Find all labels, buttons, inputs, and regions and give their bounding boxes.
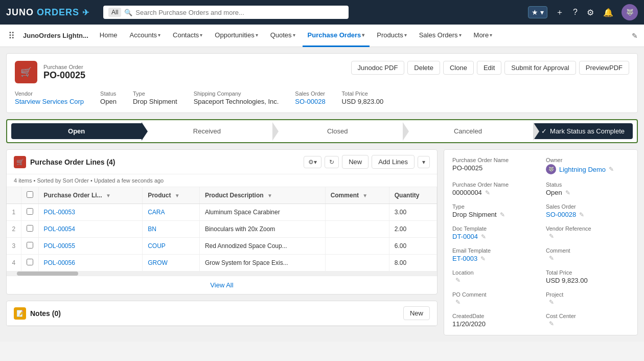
col-description[interactable]: Product Description ▼ [199, 187, 325, 204]
record-actions: Junodoc PDF Delete Clone Edit Submit for… [351, 61, 629, 75]
search-icon: 🔍 [124, 9, 132, 16]
row-checkbox[interactable] [27, 225, 33, 232]
email-template-edit-icon[interactable]: ✎ [480, 255, 486, 262]
user-avatar[interactable]: 🐺 [622, 4, 638, 20]
owner-link[interactable]: Lightning Demo [559, 166, 606, 173]
nav-item-purchase-orders[interactable]: Purchase Orders ▾ [303, 25, 370, 47]
detail-status: Status Open ✎ [546, 182, 629, 196]
sales-order-link[interactable]: SO-00028 [295, 98, 325, 105]
detail-po-name: Purchase Order Name PO-00025 [452, 157, 536, 174]
product-link[interactable]: CARA [148, 209, 165, 216]
row-quantity: 8.00 [389, 255, 436, 272]
type-edit-icon[interactable]: ✎ [500, 211, 505, 218]
preview-pdf-button[interactable]: PreviewPDF [579, 61, 629, 75]
row-description: Red Annodized Space Coup... [199, 238, 325, 255]
clone-button[interactable]: Clone [443, 61, 474, 75]
detail-project-value: ✎ [546, 299, 629, 306]
global-search[interactable]: All 🔍 [103, 6, 349, 19]
nav-item-contacts[interactable]: Contacts ▾ [168, 25, 208, 47]
sales-order-edit-icon[interactable]: ✎ [579, 211, 584, 218]
po-line-link[interactable]: POL-00053 [44, 209, 75, 216]
row-number: 4 [7, 255, 21, 272]
col-po-line[interactable]: Purchase Order Li... ▼ [38, 187, 143, 204]
dropdown-arrow-button[interactable]: ▾ [418, 156, 430, 168]
status-step-canceled[interactable]: Canceled [403, 123, 533, 139]
nav-label-sales-orders: Sales Orders [419, 31, 458, 39]
order-lines-title: 🛒 Purchase Order Lines (4) [14, 156, 116, 168]
mark-complete-button[interactable]: ✓ Mark Status as Complete [533, 123, 633, 139]
notifications-button[interactable]: 🔔 [602, 7, 614, 18]
order-lines-table: Purchase Order Li... ▼ Product ▼ Product… [7, 187, 437, 272]
edit-button[interactable]: Edit [477, 61, 501, 75]
po-comment-edit-icon[interactable]: ✎ [455, 299, 461, 306]
settings-button[interactable]: ⚙ [586, 7, 595, 18]
nav-item-more[interactable]: More ▾ [469, 25, 498, 47]
view-all-link[interactable]: View All [210, 281, 233, 289]
product-link[interactable]: BN [148, 225, 156, 233]
owner-edit-icon[interactable]: ✎ [609, 166, 614, 173]
vendor-link[interactable]: Starview Services Corp [15, 98, 84, 105]
status-value: Open [100, 98, 117, 105]
search-input[interactable] [135, 9, 343, 16]
status-edit-icon[interactable]: ✎ [565, 189, 570, 196]
detail-owner: Owner 🐺 Lightning Demo ✎ [546, 157, 629, 174]
record-header: 🛒 Purchase Order PO-00025 Junodoc PDF De… [6, 53, 638, 113]
po-line-link[interactable]: POL-00055 [44, 242, 75, 250]
doc-template-edit-icon[interactable]: ✎ [481, 233, 486, 240]
detail-doc-template-link[interactable]: DT-0004 [452, 233, 478, 240]
nav-item-quotes[interactable]: Quotes ▾ [265, 25, 301, 47]
detail-sales-order-link[interactable]: SO-00028 [546, 211, 576, 218]
nav-item-products[interactable]: Products ▾ [372, 25, 411, 47]
nav-item-sales-orders[interactable]: Sales Orders ▾ [414, 25, 467, 47]
new-line-button[interactable]: New [342, 155, 369, 169]
po-line-link[interactable]: POL-00056 [44, 259, 75, 266]
cost-center-edit-icon[interactable]: ✎ [549, 320, 554, 327]
add-lines-button[interactable]: Add Lines [372, 155, 415, 169]
status-bar: Open Received Closed Canceled ✓ Mark Sta… [6, 119, 638, 143]
new-note-button[interactable]: New [403, 306, 430, 320]
detail-status-label: Status [546, 182, 629, 188]
favorites-button[interactable]: ★ ▾ [528, 6, 547, 18]
po-line-link[interactable]: POL-00054 [44, 225, 75, 233]
refresh-button[interactable]: ↻ [325, 156, 339, 168]
add-button[interactable]: ＋ [555, 6, 565, 19]
settings-gear-button[interactable]: ⚙▾ [304, 156, 321, 168]
nav-item-home[interactable]: Home [95, 25, 123, 47]
status-step-open[interactable]: Open [11, 123, 142, 139]
detail-vendor-ref-value: ✎ [546, 233, 629, 240]
status-step-received[interactable]: Received [142, 123, 272, 139]
comment-edit-icon[interactable]: ✎ [549, 255, 554, 262]
nav-edit-icon[interactable]: ✎ [632, 32, 638, 40]
shipping-value: Spaceport Technologies, Inc. [194, 98, 279, 105]
delete-button[interactable]: Delete [407, 61, 440, 75]
submit-approval-button[interactable]: Submit for Approval [504, 61, 576, 75]
select-all-checkbox[interactable] [27, 191, 33, 198]
row-checkbox[interactable] [27, 242, 33, 249]
product-link[interactable]: GROW [148, 259, 168, 266]
col-quantity[interactable]: Quantity [389, 187, 436, 204]
row-checkbox[interactable] [27, 208, 33, 215]
product-link[interactable]: COUP [148, 242, 166, 250]
vendor-ref-edit-icon[interactable]: ✎ [549, 233, 554, 240]
location-edit-icon[interactable]: ✎ [455, 277, 461, 284]
order-lines-icon: 🛒 [14, 156, 26, 168]
po-number-edit-icon[interactable]: ✎ [485, 189, 490, 196]
project-edit-icon[interactable]: ✎ [549, 299, 554, 306]
row-checkbox[interactable] [27, 259, 33, 265]
detail-email-template-link[interactable]: ET-0003 [452, 255, 477, 262]
detail-po-comment-label: PO Comment [452, 291, 536, 298]
app-launcher-icon[interactable]: ⠿ [6, 28, 17, 43]
help-button[interactable]: ? [572, 7, 579, 18]
junodoc-pdf-button[interactable]: Junodoc PDF [351, 61, 405, 75]
col-product[interactable]: Product ▼ [143, 187, 200, 204]
row-po-line: POL-00055 [38, 238, 143, 255]
scroll-indicator[interactable] [7, 272, 437, 276]
nav-item-accounts[interactable]: Accounts ▾ [125, 25, 166, 47]
nav-item-opportunities[interactable]: Opportunities ▾ [210, 25, 263, 47]
row-description: Binoculars with 20x Zoom [199, 221, 325, 238]
col-comment[interactable]: Comment ▼ [325, 187, 389, 204]
status-step-closed[interactable]: Closed [272, 123, 403, 139]
search-scope-selector[interactable]: All [108, 8, 121, 17]
detail-type: Type Drop Shipment ✎ [452, 204, 536, 218]
scroll-thumb [17, 272, 78, 276]
